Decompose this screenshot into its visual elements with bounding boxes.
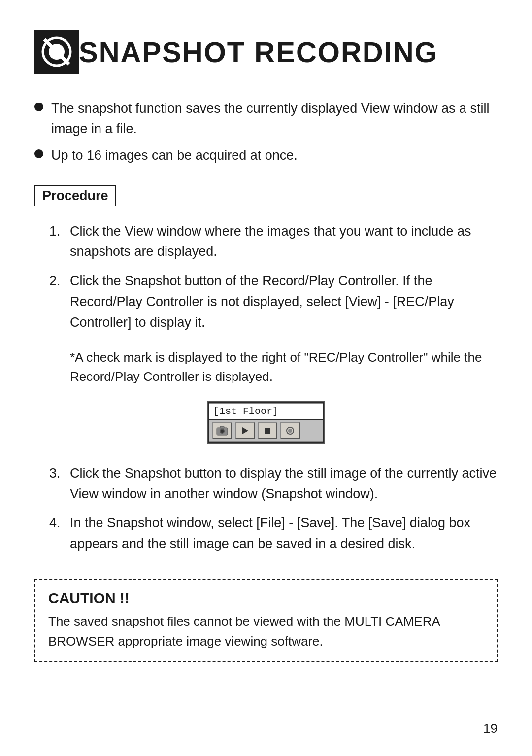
bullet-dot-1 [34, 103, 43, 111]
caution-title: CAUTION !! [48, 590, 484, 607]
step-2-note: *A check mark is displayed to the right … [70, 348, 498, 386]
svg-point-11 [288, 429, 292, 433]
controller-snapshot-button[interactable] [212, 422, 232, 439]
steps-list-2: 3. Click the Snapshot button to display … [49, 463, 498, 554]
procedure-label: Procedure [34, 185, 116, 206]
controller-title-bar: [1st Floor] [209, 403, 323, 419]
controller-play-button[interactable] [235, 422, 255, 439]
play-icon [240, 426, 249, 435]
intro-bullets: The snapshot function saves the currentl… [34, 99, 498, 166]
controller-record-button[interactable] [280, 422, 300, 439]
steps-list: 1. Click the View window where the image… [49, 221, 498, 333]
page-number: 19 [483, 721, 498, 736]
step-4: 4. In the Snapshot window, select [File]… [49, 513, 498, 554]
step-2: 2. Click the Snapshot button of the Reco… [49, 271, 498, 333]
bullet-item-2: Up to 16 images can be acquired at once. [34, 145, 498, 166]
controller-image-wrapper: [1st Floor] [34, 401, 498, 444]
snapshot-recording-icon [34, 30, 79, 74]
bullet-dot-2 [34, 149, 43, 158]
caution-box: CAUTION !! The saved snapshot files cann… [34, 579, 498, 662]
svg-rect-9 [265, 428, 270, 434]
page-title: SNAPSHOT RECORDING [79, 35, 438, 69]
svg-rect-7 [220, 426, 224, 428]
camera-icon [216, 426, 228, 436]
controller-buttons [209, 420, 323, 442]
controller-image: [1st Floor] [207, 401, 325, 444]
svg-point-6 [221, 430, 224, 433]
svg-marker-8 [242, 427, 248, 434]
controller-stop-button[interactable] [258, 422, 277, 439]
record-icon [285, 426, 295, 436]
stop-icon [263, 426, 272, 435]
caution-text: The saved snapshot files cannot be viewe… [48, 612, 484, 652]
step-3: 3. Click the Snapshot button to display … [49, 463, 498, 505]
bullet-item-1: The snapshot function saves the currentl… [34, 99, 498, 138]
step-1: 1. Click the View window where the image… [49, 221, 498, 263]
page-header: SNAPSHOT RECORDING [34, 30, 498, 74]
